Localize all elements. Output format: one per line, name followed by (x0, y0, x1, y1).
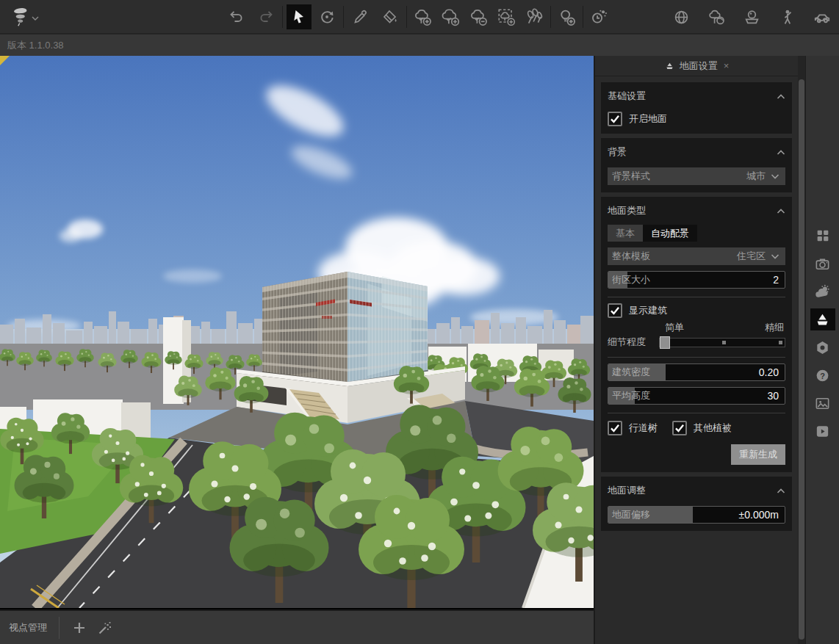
globe-library-button[interactable] (669, 4, 694, 29)
help-icon: ? (814, 367, 831, 384)
app-logo-icon (6, 4, 31, 32)
check-icon (674, 423, 685, 433)
logo-chevron-icon (31, 11, 40, 24)
section-basic-title: 基础设置 (608, 90, 646, 103)
chevron-down-icon (771, 174, 779, 179)
eyedropper-tool-button[interactable] (348, 4, 373, 29)
show-buildings-label: 显示建筑 (629, 304, 667, 317)
version-label: 版本 1.1.0.38 (7, 40, 64, 51)
block-size-field[interactable]: 街区大小 2 (608, 271, 785, 289)
detail-slider-row: 细节程度 (608, 336, 785, 349)
template-label: 整体模板 (612, 250, 650, 263)
add-tree-tool-button[interactable] (410, 4, 435, 29)
regenerate-button[interactable]: 重新生成 (731, 444, 785, 465)
tab-basic[interactable]: 基本 (608, 225, 643, 242)
section-background-title: 背景 (608, 145, 627, 159)
average-height-field[interactable]: 平均高度 30 (608, 387, 785, 405)
template-dropdown[interactable]: 整体模板 住宅区 (608, 247, 785, 265)
toolbar-separator (343, 6, 344, 28)
side-icon-strip: ? (805, 56, 839, 644)
settings-nut-button[interactable] (810, 336, 835, 358)
detail-slider[interactable] (659, 338, 785, 347)
bottom-bar: 视点管理 (0, 609, 594, 644)
detail-max-label: 精细 (765, 321, 784, 334)
background-style-value: 城市 (746, 170, 771, 183)
add-viewpoint-button[interactable] (67, 615, 92, 640)
character-library-button[interactable] (774, 4, 799, 29)
vegetation-library-button[interactable] (704, 4, 729, 29)
paint-bucket-tool-button[interactable] (378, 4, 403, 29)
video-play-button[interactable] (810, 420, 835, 442)
camera-icon (814, 256, 831, 272)
detail-min-label: 简单 (665, 321, 684, 334)
library-toolbar (669, 4, 835, 29)
section-ground-type-title: 地面类型 (608, 204, 646, 217)
sun-time-tool-button[interactable] (586, 4, 611, 29)
viewpoint-manager-label: 视点管理 (9, 621, 47, 634)
toolbar-separator (282, 6, 283, 28)
detail-scale-labels: 简单 精细 (665, 321, 784, 334)
image-gallery-button[interactable] (810, 392, 835, 414)
auto-viewpoint-button[interactable] (92, 615, 117, 640)
area-add-trees-tool-button[interactable] (494, 4, 519, 29)
help-button[interactable]: ? (810, 364, 835, 386)
app-menu[interactable] (6, 4, 40, 32)
scatter-trees-tool-button[interactable] (522, 4, 547, 29)
building-density-field[interactable]: 建筑密度 0.20 (608, 363, 785, 381)
section-ground-adjust: 地面调整 地面偏移 ±0.000m (601, 477, 792, 531)
average-height-label: 平均高度 (608, 389, 650, 402)
camera-button[interactable] (810, 253, 835, 275)
section-ground-type-title-row[interactable]: 地面类型 (608, 202, 785, 220)
add-tree-group-tool-button[interactable] (438, 4, 463, 29)
panel-close-icon[interactable]: × (724, 61, 730, 70)
background-style-label: 背景样式 (612, 170, 650, 183)
material-library-button[interactable] (739, 4, 764, 29)
apps-grid-button[interactable] (810, 225, 835, 247)
enable-ground-checkbox[interactable] (608, 112, 622, 126)
section-ground-adjust-title-row[interactable]: 地面调整 (608, 482, 785, 500)
building-density-label: 建筑密度 (608, 366, 650, 379)
version-bar: 版本 1.1.0.38 (0, 34, 839, 56)
other-vegetation-label: 其他植被 (694, 422, 732, 435)
image-icon (814, 395, 831, 412)
panel-tab-ground-settings[interactable]: 地面设置 × (595, 56, 798, 76)
ground-settings-button[interactable] (810, 308, 835, 330)
undo-button[interactable] (224, 4, 249, 29)
detail-label: 细节程度 (608, 336, 659, 349)
rotate-sync-tool-button[interactable] (314, 4, 339, 29)
add-light-tool-button[interactable] (554, 4, 579, 29)
panel-scrollbar[interactable] (798, 56, 805, 644)
ground-offset-field[interactable]: 地面偏移 ±0.000m (608, 506, 785, 524)
section-basic-settings: 基础设置 开启地面 (601, 82, 792, 134)
viewport-corner-flag (0, 56, 10, 65)
remove-tree-tool-button[interactable] (466, 4, 491, 29)
street-trees-label: 行道树 (629, 422, 658, 435)
block-size-label: 街区大小 (608, 273, 650, 286)
vehicle-library-button[interactable] (810, 4, 835, 29)
street-trees-checkbox[interactable] (608, 421, 622, 435)
section-basic-title-row[interactable]: 基础设置 (608, 87, 785, 106)
viewpoint-manager-tab[interactable]: 视点管理 (0, 611, 59, 644)
background-style-dropdown[interactable]: 背景样式 城市 (608, 167, 785, 185)
panel-scrollbar-thumb[interactable] (799, 79, 804, 640)
tab-auto-scenery[interactable]: 自动配景 (643, 225, 697, 242)
weather-button[interactable] (810, 281, 835, 303)
chevron-up-icon[interactable] (777, 150, 785, 155)
redo-button[interactable] (253, 4, 278, 29)
weather-icon (814, 283, 831, 300)
ground-offset-label: 地面偏移 (608, 508, 650, 521)
enable-ground-label: 开启地面 (629, 112, 667, 126)
viewport-canvas[interactable] (0, 56, 594, 608)
chevron-up-icon[interactable] (777, 488, 785, 493)
chevron-up-icon[interactable] (777, 94, 785, 99)
select-tool-button[interactable] (287, 4, 312, 29)
viewport[interactable] (0, 56, 594, 609)
other-vegetation-checkbox[interactable] (672, 421, 687, 435)
show-buildings-checkbox[interactable] (608, 303, 622, 318)
section-background-title-row[interactable]: 背景 (608, 143, 785, 162)
check-icon (610, 114, 620, 124)
chevron-up-icon[interactable] (777, 209, 785, 214)
detail-slider-handle[interactable] (660, 336, 670, 349)
ground-type-tabs: 基本 自动配景 (608, 225, 785, 242)
toolbar-separator (550, 6, 551, 28)
